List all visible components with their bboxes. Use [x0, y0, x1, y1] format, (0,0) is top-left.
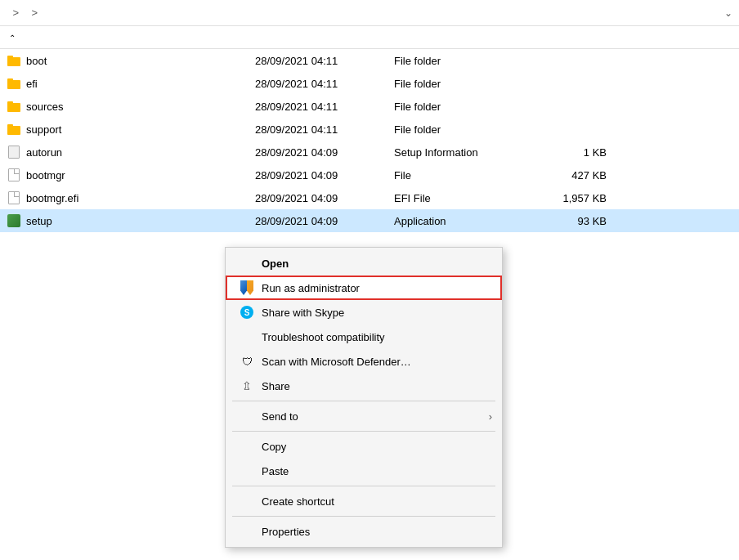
doc-icon	[7, 190, 21, 205]
ctx-item-copy[interactable]: Copy	[226, 434, 502, 459]
ctx-item-share-skype[interactable]: S Share with Skype	[226, 300, 502, 325]
ctx-label-paste: Paste	[262, 465, 289, 477]
ctx-label-create-shortcut: Create shortcut	[262, 495, 334, 508]
file-name: setup	[26, 215, 255, 227]
ctx-label-send-to: Send to	[262, 410, 298, 423]
file-size: 1 KB	[541, 146, 607, 159]
breadcrumb-bar: > > ⌄	[0, 0, 739, 26]
file-type: File folder	[394, 123, 541, 136]
ctx-label-share-skype: Share with Skype	[262, 307, 344, 319]
ctx-item-properties[interactable]: Properties	[226, 519, 502, 544]
folder-icon	[7, 99, 21, 114]
ctx-divider	[232, 401, 495, 401]
file-size: 427 KB	[541, 169, 607, 181]
ctx-item-create-shortcut[interactable]: Create shortcut	[226, 489, 502, 513]
file-row[interactable]: autorun 28/09/2021 04:09 Setup Informati…	[0, 141, 739, 164]
folder-icon	[7, 122, 21, 137]
ctx-label-troubleshoot: Troubleshoot compatibility	[262, 331, 385, 343]
file-row[interactable]: sources 28/09/2021 04:11 File folder	[0, 95, 739, 118]
run-as-admin-icon	[239, 280, 255, 296]
ctx-label-scan-defender: Scan with Microsoft Defender…	[262, 356, 411, 368]
file-type: File folder	[394, 101, 541, 113]
file-name: bootmgr.efi	[26, 192, 255, 204]
ctx-label-open: Open	[262, 258, 289, 270]
ctx-item-share[interactable]: ⇫ Share	[226, 374, 502, 398]
file-date: 28/09/2021 04:09	[255, 146, 394, 159]
paste-icon	[239, 463, 255, 479]
file-size: 1,957 KB	[541, 192, 607, 204]
doc-icon	[7, 168, 21, 182]
file-type: Setup Information	[394, 146, 541, 159]
file-name: sources	[26, 101, 255, 113]
context-menu: Open Run as administrator S Share with S…	[225, 247, 503, 548]
open-icon	[239, 255, 255, 271]
file-name: bootmgr	[26, 169, 255, 181]
ctx-divider	[232, 516, 495, 517]
ctx-item-open[interactable]: Open	[226, 251, 502, 276]
ctx-label-properties: Properties	[262, 526, 310, 538]
ctx-item-run-as-admin[interactable]: Run as administrator	[226, 276, 502, 300]
file-row[interactable]: efi 28/09/2021 04:11 File folder	[0, 72, 739, 95]
ctx-label-share: Share	[262, 380, 290, 392]
file-size: 93 KB	[541, 215, 607, 227]
ctx-divider	[232, 431, 495, 432]
scan-defender-icon: 🛡	[239, 353, 255, 370]
col-header-name[interactable]: ⌃	[7, 31, 252, 43]
file-row[interactable]: support 28/09/2021 04:11 File folder	[0, 118, 739, 141]
file-name: support	[26, 123, 255, 136]
ctx-arrow-icon: ›	[489, 410, 492, 423]
ctx-divider	[232, 486, 495, 486]
file-date: 28/09/2021 04:09	[255, 192, 394, 204]
file-name: efi	[26, 78, 255, 90]
file-date: 28/09/2021 04:11	[255, 78, 394, 90]
file-row[interactable]: boot 28/09/2021 04:11 File folder	[0, 49, 739, 72]
file-date: 28/09/2021 04:11	[255, 101, 394, 113]
breadcrumb-expand-icon[interactable]: ⌄	[724, 7, 732, 19]
file-name: boot	[26, 55, 255, 67]
folder-icon	[7, 53, 21, 68]
ctx-label-copy: Copy	[262, 441, 286, 453]
properties-icon	[239, 523, 255, 540]
ctx-item-scan-defender[interactable]: 🛡 Scan with Microsoft Defender…	[226, 349, 502, 374]
copy-icon	[239, 438, 255, 455]
create-shortcut-icon	[239, 493, 255, 509]
file-name: autorun	[26, 146, 255, 159]
file-area: ⌃ boot 28/09/2021 04:11 File folder efi …	[0, 26, 739, 560]
file-row[interactable]: bootmgr.efi 28/09/2021 04:09 EFI File 1,…	[0, 186, 739, 209]
breadcrumb-sep-1: >	[10, 7, 22, 19]
ctx-item-send-to[interactable]: Send to ›	[226, 404, 502, 428]
share-icon: ⇫	[239, 378, 255, 394]
file-type: EFI File	[394, 192, 541, 204]
file-list: boot 28/09/2021 04:11 File folder efi 28…	[0, 49, 739, 232]
file-date: 28/09/2021 04:11	[255, 123, 394, 136]
file-row[interactable]: setup 28/09/2021 04:09 Application 93 KB	[0, 209, 739, 232]
folder-icon	[7, 76, 21, 91]
autorun-icon	[7, 145, 21, 159]
ctx-label-run-as-admin: Run as administrator	[262, 282, 360, 294]
file-type: File folder	[394, 55, 541, 67]
setup-icon	[7, 213, 21, 228]
troubleshoot-icon	[239, 329, 255, 345]
file-type: Application	[394, 215, 541, 227]
file-date: 28/09/2021 04:11	[255, 55, 394, 67]
file-row[interactable]: bootmgr 28/09/2021 04:09 File 427 KB	[0, 164, 739, 186]
file-date: 28/09/2021 04:09	[255, 169, 394, 181]
breadcrumb-sep-2: >	[29, 7, 41, 19]
ctx-item-troubleshoot[interactable]: Troubleshoot compatibility	[226, 325, 502, 349]
file-type: File folder	[394, 78, 541, 90]
sort-arrow-icon: ⌃	[9, 34, 16, 43]
share-skype-icon: S	[239, 304, 255, 320]
send-to-icon	[239, 408, 255, 424]
file-type: File	[394, 169, 541, 181]
ctx-item-paste[interactable]: Paste	[226, 459, 502, 483]
column-headers: ⌃	[0, 26, 739, 49]
file-date: 28/09/2021 04:09	[255, 215, 394, 227]
